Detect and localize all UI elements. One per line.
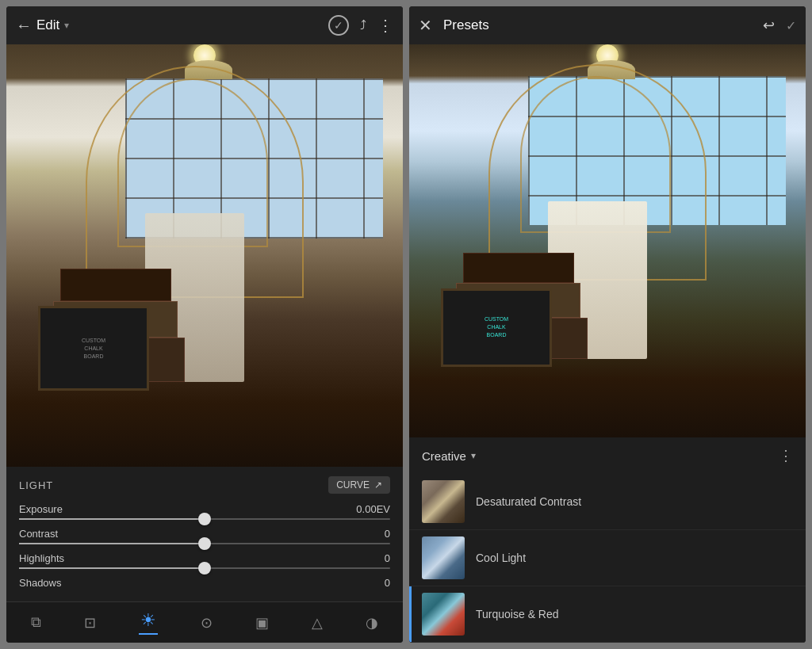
shadows-row: Shadows 0 bbox=[19, 577, 390, 589]
highlights-slider-row: Highlights 0 bbox=[19, 552, 390, 569]
preset-thumb-img-cool bbox=[422, 536, 465, 579]
contrast-label: Contrast bbox=[19, 528, 58, 540]
preset-thumb-cool bbox=[422, 536, 465, 579]
exposure-label: Exposure bbox=[19, 503, 63, 515]
exposure-value: 0.00EV bbox=[356, 503, 390, 515]
share-button[interactable]: ⤴ bbox=[360, 18, 366, 32]
creative-label: Creative bbox=[422, 449, 466, 463]
preset-name-desaturated: Desaturated Contrast bbox=[476, 495, 581, 508]
toolbar-crop[interactable]: ⊡ bbox=[84, 614, 96, 632]
toolbar-layers[interactable]: ⧉ bbox=[31, 614, 41, 631]
chalkboard: CUSTOMCHALKBOARD bbox=[38, 306, 149, 391]
curve-button[interactable]: CURVE ↗ bbox=[328, 476, 390, 494]
right-check-button[interactable]: ✓ bbox=[786, 18, 796, 33]
shadows-value: 0 bbox=[385, 577, 390, 589]
preset-cool-light[interactable]: Cool Light bbox=[409, 530, 806, 586]
bottom-toolbar: ⧉ ⊡ ☀ ⊙ ▣ △ ◑ bbox=[6, 601, 403, 643]
toolbar-hsl[interactable]: ◑ bbox=[366, 614, 378, 632]
right-screen: ✕ Presets ↩ ✓ bbox=[409, 6, 806, 643]
right-photo-area: CUSTOMCHALKBOARD bbox=[409, 44, 806, 437]
hsl-icon: ◑ bbox=[366, 614, 378, 632]
back-button[interactable]: ← bbox=[16, 17, 32, 35]
right-header-icons: ↩ ✓ bbox=[763, 17, 796, 34]
crop-icon: ⊡ bbox=[84, 614, 96, 632]
right-header: ✕ Presets ↩ ✓ bbox=[409, 6, 806, 44]
exposure-track[interactable] bbox=[19, 518, 390, 520]
preset-thumb-img-desaturated bbox=[422, 480, 465, 523]
left-screen: ← Edit ▾ ✓ ⤴ ⋮ bbox=[6, 6, 403, 643]
preset-category-row: Creative ▾ ⋮ bbox=[409, 437, 806, 474]
preset-turquoise-red[interactable]: Turquoise & Red bbox=[409, 586, 806, 643]
preset-more-button[interactable]: ⋮ bbox=[779, 447, 793, 464]
highlights-label: Highlights bbox=[19, 552, 64, 564]
detail-icon: ▣ bbox=[255, 614, 269, 632]
header-icons: ✓ ⤴ ⋮ bbox=[328, 15, 393, 36]
preset-thumb-turquoise bbox=[422, 593, 465, 636]
light-icon: ☀ bbox=[140, 610, 156, 631]
left-photo-area: CUSTOMCHALKBOARD bbox=[6, 44, 403, 467]
active-indicator bbox=[139, 633, 158, 635]
toolbar-tone[interactable]: △ bbox=[312, 614, 323, 632]
contrast-track[interactable] bbox=[19, 543, 390, 544]
layers-icon: ⧉ bbox=[31, 614, 41, 631]
contrast-slider-row: Contrast 0 bbox=[19, 528, 390, 544]
temp-icon: ⊙ bbox=[201, 614, 213, 632]
screens-container: ← Edit ▾ ✓ ⤴ ⋮ bbox=[0, 0, 812, 649]
edit-title: Edit bbox=[36, 17, 59, 33]
shadows-label-row: Shadows 0 bbox=[19, 577, 390, 589]
curve-icon: ↗ bbox=[374, 479, 382, 491]
curve-label: CURVE bbox=[336, 479, 370, 491]
preset-category-selector[interactable]: Creative ▾ bbox=[422, 449, 476, 463]
preset-thumb-desaturated bbox=[422, 480, 465, 523]
highlights-track[interactable] bbox=[19, 567, 390, 569]
light-panel: LIGHT CURVE ↗ Exposure 0.00EV bbox=[6, 467, 403, 601]
contrast-value: 0 bbox=[385, 528, 390, 540]
header-left: ← Edit ▾ bbox=[16, 17, 328, 35]
left-header: ← Edit ▾ ✓ ⤴ ⋮ bbox=[6, 6, 403, 44]
highlights-value: 0 bbox=[385, 552, 390, 564]
light-section-title: LIGHT bbox=[19, 479, 53, 491]
preset-list: Desaturated Contrast Cool Light Turquois… bbox=[409, 474, 806, 643]
category-chevron: ▾ bbox=[471, 450, 476, 461]
shadows-label: Shadows bbox=[19, 577, 61, 589]
close-button[interactable]: ✕ bbox=[419, 16, 432, 35]
right-chalkboard: CUSTOMCHALKBOARD bbox=[441, 288, 552, 367]
tone-icon: △ bbox=[312, 614, 323, 632]
preset-name-cool: Cool Light bbox=[476, 552, 526, 564]
preset-name-turquoise: Turquoise & Red bbox=[476, 608, 559, 620]
toolbar-light[interactable]: ☀ bbox=[139, 610, 158, 635]
presets-title: Presets bbox=[443, 17, 489, 33]
exposure-slider-row: Exposure 0.00EV bbox=[19, 503, 390, 520]
toolbar-temp[interactable]: ⊙ bbox=[201, 614, 213, 632]
preset-desaturated-contrast[interactable]: Desaturated Contrast bbox=[409, 474, 806, 530]
left-photo: CUSTOMCHALKBOARD bbox=[6, 44, 403, 467]
preset-thumb-img-turquoise bbox=[422, 593, 465, 636]
undo-button[interactable]: ↩ bbox=[763, 17, 775, 34]
right-photo: CUSTOMCHALKBOARD bbox=[409, 44, 806, 437]
more-button[interactable]: ⋮ bbox=[377, 16, 393, 35]
panel-header: LIGHT CURVE ↗ bbox=[19, 476, 390, 494]
toolbar-detail[interactable]: ▣ bbox=[255, 614, 269, 632]
right-header-left: ✕ Presets bbox=[419, 16, 763, 35]
edit-dropdown-arrow[interactable]: ▾ bbox=[64, 20, 69, 31]
confirm-check-button[interactable]: ✓ bbox=[328, 15, 349, 36]
